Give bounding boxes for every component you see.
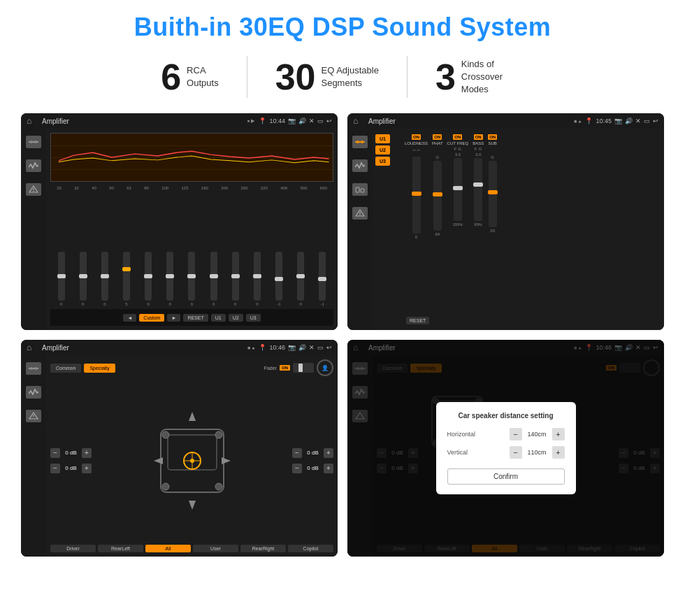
left-bottom-minus[interactable]: −: [50, 464, 60, 473]
dialog-overlay: Car speaker distance setting Horizontal …: [347, 340, 664, 557]
cutfreq-label: CUT FREQ: [447, 141, 469, 145]
cutfreq-track[interactable]: [454, 158, 462, 221]
confirm-button[interactable]: Confirm: [447, 468, 565, 485]
eq-main-content: 25 32 40 50 63 80 100 125 160 200 250 32…: [46, 129, 338, 330]
eq-reset-btn[interactable]: RESET: [183, 314, 208, 322]
eq-slider-4[interactable]: 0: [145, 252, 152, 306]
eq-slider-0[interactable]: 0: [58, 252, 65, 306]
crossover-sidebar-icon-1[interactable]: [352, 136, 368, 148]
btn-all[interactable]: All: [145, 545, 191, 552]
stats-row: 6 RCA Outputs 30 EQ Adjustable Segments …: [21, 56, 664, 98]
fader-knob[interactable]: 👤: [317, 359, 333, 376]
left-top-plus[interactable]: +: [82, 448, 92, 458]
horizontal-plus-btn[interactable]: +: [552, 428, 565, 440]
specialty-sidebar-icon-2[interactable]: [26, 386, 41, 399]
eq-sidebar-icon-1[interactable]: [26, 136, 41, 148]
crossover-reset-btn[interactable]: RESET: [406, 317, 429, 324]
loudness-track[interactable]: [412, 157, 421, 234]
vertical-plus-btn[interactable]: +: [552, 446, 565, 459]
specialty-header-right: 📍 10:46 📷 🔊 ✕ ▭ ↩: [259, 344, 332, 351]
eq-slider-5[interactable]: 0: [166, 252, 173, 306]
right-bottom-plus[interactable]: +: [324, 464, 333, 473]
eq-slider-11[interactable]: 0: [297, 252, 304, 306]
preset-u3[interactable]: U3: [375, 157, 390, 166]
specialty-sidebar-icon-3[interactable]: [26, 410, 41, 422]
eq-custom-btn[interactable]: Custom: [139, 314, 164, 322]
horizontal-minus-btn[interactable]: −: [510, 428, 522, 440]
eq-slider-9[interactable]: 0: [254, 252, 261, 306]
eq-slider-6[interactable]: 0: [188, 252, 195, 306]
eq-slider-12[interactable]: -1: [319, 252, 326, 306]
phat-track[interactable]: [433, 161, 442, 231]
specialty-header-title: Amplifier: [42, 344, 243, 352]
sub-track[interactable]: [489, 161, 497, 227]
btn-copilot[interactable]: Copilot: [288, 545, 333, 552]
phat-thumb: [433, 192, 442, 196]
horizontal-control: − 140cm +: [510, 428, 565, 440]
cutfreq-hz-top: 3.0: [455, 152, 461, 157]
eq-slider-8[interactable]: 0: [232, 252, 239, 306]
tab-common[interactable]: Common: [50, 364, 81, 373]
crossover-sidebar-icon-2[interactable]: [352, 159, 368, 172]
btn-rear-right[interactable]: RearRight: [240, 545, 286, 552]
volume-icon-3: 🔊: [298, 344, 306, 351]
btn-driver[interactable]: Driver: [50, 545, 96, 552]
left-bottom-plus[interactable]: +: [82, 464, 92, 473]
right-top-plus[interactable]: +: [324, 448, 333, 458]
eq-sidebar-icon-2[interactable]: [26, 159, 41, 172]
bass-track[interactable]: [474, 158, 482, 221]
eq-slider-10[interactable]: -1: [275, 252, 282, 306]
bass-freq-val: 90Hz: [474, 222, 482, 227]
stat-rca-number: 6: [161, 59, 181, 95]
right-top-minus[interactable]: −: [292, 448, 302, 458]
eq-u3-btn[interactable]: U3: [246, 314, 261, 322]
eq-bottom-bar: ◄ Custom ► RESET U1 U2 U3: [50, 309, 333, 326]
crossover-sidebar-icon-4[interactable]: [352, 207, 368, 220]
eq-slider-1[interactable]: 0: [80, 252, 87, 306]
crossover-sidebar: [347, 129, 373, 330]
bass-thumb: [473, 182, 483, 187]
tab-specialty[interactable]: Specialty: [84, 364, 115, 373]
crossover-sidebar-icon-3[interactable]: [352, 183, 368, 196]
screens-grid: ⌂ Amplifier ● ▶ 📍 10:44 📷 🔊 ✕ ▭ ↩: [21, 113, 664, 557]
crossover-home-icon: ⌂: [353, 115, 364, 127]
svg-rect-9: [356, 187, 359, 192]
left-top-minus[interactable]: −: [50, 448, 60, 458]
minimize-icon-2: ▭: [644, 117, 650, 124]
eq-u1-btn[interactable]: U1: [211, 314, 226, 322]
eq-slider-2[interactable]: 0: [101, 252, 108, 306]
person-icon: 👤: [322, 365, 329, 371]
sub-value: 20: [490, 229, 495, 233]
phat-label: PHAT: [432, 141, 443, 145]
eq-next-btn[interactable]: ►: [167, 314, 180, 322]
btn-user[interactable]: User: [193, 545, 238, 552]
specialty-header: ⌂ Amplifier ■ ● 📍 10:46 📷 🔊 ✕ ▭ ↩: [21, 340, 338, 355]
loudness-value: 0: [415, 235, 417, 239]
eq-slider-7[interactable]: 0: [210, 252, 217, 306]
fader-slider[interactable]: [293, 363, 314, 373]
eq-slider-3[interactable]: 5: [123, 252, 130, 306]
crossover-header-right: 📍 10:45 📷 🔊 ✕ ▭ ↩: [585, 117, 658, 124]
channel-bass: ON BASS F G 3.0 90Hz: [473, 134, 484, 312]
specialty-home-icon: ⌂: [27, 342, 38, 353]
horizontal-label: Horizontal: [447, 431, 486, 438]
specialty-sidebar: [21, 355, 46, 557]
eq-prev-btn[interactable]: ◄: [123, 314, 136, 322]
loudness-on: ON: [412, 134, 421, 140]
preset-u2[interactable]: U2: [375, 145, 390, 155]
vertical-minus-btn[interactable]: −: [510, 446, 522, 459]
left-speaker-controls: − 0 dB + − 0 dB +: [50, 380, 92, 541]
specialty-sidebar-icon-1[interactable]: [26, 362, 41, 375]
eq-screen-body: 25 32 40 50 63 80 100 125 160 200 250 32…: [21, 129, 338, 330]
svg-point-2: [34, 141, 37, 143]
right-top-db: 0 dB: [304, 450, 322, 456]
right-bottom-minus[interactable]: −: [292, 464, 302, 473]
preset-u1[interactable]: U1: [375, 134, 390, 143]
stat-eq-text: EQ Adjustable Segments: [321, 64, 378, 89]
sub-on: ON: [488, 134, 497, 140]
eq-sidebar-icon-3[interactable]: [26, 183, 41, 196]
eq-u2-btn[interactable]: U2: [229, 314, 243, 322]
eq-screen-header: ⌂ Amplifier ● ▶ 📍 10:44 📷 🔊 ✕ ▭ ↩: [21, 113, 338, 129]
svg-point-15: [30, 367, 33, 370]
btn-rear-left[interactable]: RearLeft: [98, 545, 143, 552]
